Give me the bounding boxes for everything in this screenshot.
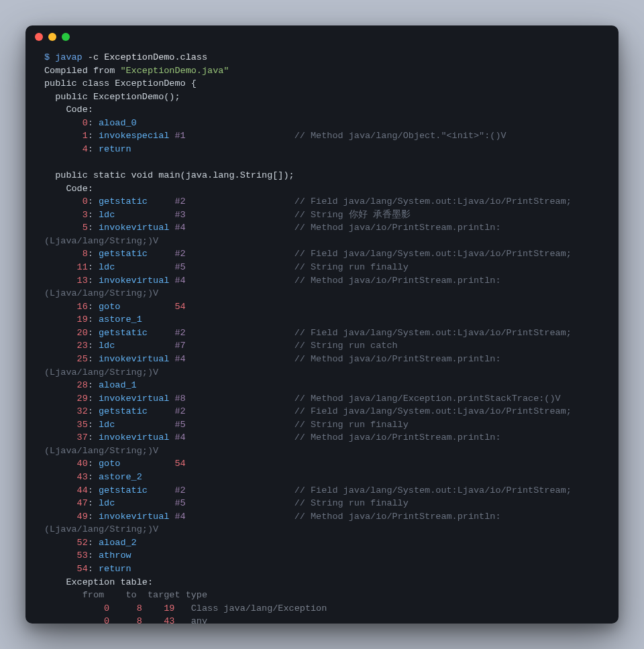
bytecode-op: ldc [99, 210, 174, 220]
code-label: Code: [44, 184, 93, 194]
bytecode-offset: 47 [44, 498, 88, 508]
bytecode-offset: 1 [44, 131, 88, 141]
bytecode-op: getstatic [99, 196, 174, 206]
close-icon[interactable] [35, 33, 43, 41]
bytecode-op: ldc [99, 262, 174, 272]
bytecode-offset: 19 [44, 314, 88, 324]
bytecode-comment: // String 你好 承香墨影 [294, 210, 411, 220]
minimize-icon[interactable] [48, 33, 56, 41]
const-ref: #4 [174, 432, 185, 442]
jump-target: 54 [174, 302, 185, 312]
exc-type: any [191, 616, 207, 624]
bytecode-offset: 44 [44, 485, 88, 495]
shell-arg: ExceptionDemo.class [104, 52, 207, 62]
bytecode-comment: // Method java/lang/Object."<init>":()V [294, 131, 506, 141]
bytecode-offset: 25 [44, 354, 88, 364]
bytecode-comment: // Field java/lang/System.out:Ljava/io/P… [294, 196, 572, 206]
exc-to: 8 [109, 616, 142, 624]
bytecode-op: aload_0 [99, 118, 174, 128]
bytecode-op: athrow [99, 550, 174, 560]
bytecode-offset: 54 [44, 564, 88, 574]
code-label: Code: [44, 105, 93, 115]
const-ref: #2 [174, 485, 185, 495]
bytecode-op: invokevirtual [99, 512, 174, 522]
bytecode-comment: // Field java/lang/System.out:Ljava/io/P… [294, 328, 572, 338]
const-ref: #7 [174, 341, 185, 351]
bytecode-offset: 32 [44, 406, 88, 416]
bytecode-offset: 28 [44, 380, 88, 390]
const-ref: #4 [174, 354, 185, 364]
exc-to: 8 [109, 603, 142, 613]
compiled-from: Compiled from [44, 66, 120, 76]
bytecode-offset: 5 [44, 223, 88, 233]
bytecode-offset: 52 [44, 538, 88, 548]
shell-command: javap [55, 52, 83, 62]
bytecode-op: invokevirtual [99, 432, 174, 442]
window-titlebar [25, 25, 619, 48]
zoom-icon[interactable] [62, 33, 70, 41]
bytecode-op: aload_1 [99, 380, 174, 390]
exc-target: 43 [142, 616, 175, 624]
const-ref: #4 [174, 276, 185, 286]
bytecode-comment: // Method java/io/PrintStream.println: [294, 512, 501, 522]
bytecode-offset: 13 [44, 276, 88, 286]
bytecode-op: invokevirtual [99, 276, 174, 286]
bytecode-op: return [99, 144, 174, 154]
bytecode-op: invokevirtual [99, 354, 174, 364]
bytecode-wrap: (Ljava/lang/String;)V [44, 367, 158, 377]
exc-from: 0 [88, 603, 109, 613]
bytecode-wrap: (Ljava/lang/String;)V [44, 446, 158, 456]
const-ref: #4 [174, 512, 185, 522]
exc-target: 19 [142, 603, 175, 613]
const-ref: #3 [174, 210, 185, 220]
bytecode-offset: 35 [44, 420, 88, 430]
bytecode-offset: 37 [44, 432, 88, 442]
const-ref: #1 [174, 131, 185, 141]
main-decl: public static void main(java.lang.String… [44, 170, 294, 180]
bytecode-op: invokevirtual [99, 223, 174, 233]
bytecode-comment: // String run catch [294, 341, 398, 351]
bytecode-offset: 8 [44, 249, 88, 259]
bytecode-comment: // Method java/io/PrintStream.println: [294, 276, 501, 286]
bytecode-op: goto [99, 302, 174, 312]
shell-prompt: $ [44, 52, 55, 62]
class-decl: public class ExceptionDemo { [44, 78, 197, 88]
const-ref: #2 [174, 196, 185, 206]
const-ref: #2 [174, 249, 185, 259]
bytecode-offset: 0 [44, 196, 88, 206]
bytecode-comment: // Method java/lang/Exception.printStack… [294, 394, 561, 404]
bytecode-op: ldc [99, 498, 174, 508]
bytecode-offset: 29 [44, 394, 88, 404]
bytecode-offset: 3 [44, 210, 88, 220]
bytecode-op: getstatic [99, 485, 174, 495]
const-ref: #5 [174, 498, 185, 508]
bytecode-offset: 43 [44, 472, 88, 482]
bytecode-op: ldc [99, 341, 174, 351]
const-ref: #2 [174, 328, 185, 338]
bytecode-op: aload_2 [99, 538, 174, 548]
bytecode-op: goto [99, 459, 174, 469]
bytecode-comment: // Field java/lang/System.out:Ljava/io/P… [294, 249, 572, 259]
source-file: "ExceptionDemo.java" [120, 66, 229, 76]
bytecode-offset: 40 [44, 459, 88, 469]
const-ref: #5 [174, 262, 185, 272]
bytecode-comment: // String run finally [294, 420, 409, 430]
exc-from: 0 [88, 616, 109, 624]
const-ref: #2 [174, 406, 185, 416]
bytecode-op: return [99, 564, 174, 574]
bytecode-op: invokespecial [99, 131, 174, 141]
terminal-output: $ javap -c ExceptionDemo.class Compiled … [25, 48, 619, 624]
const-ref: #8 [174, 394, 185, 404]
bytecode-wrap: (Ljava/lang/String;)V [44, 236, 158, 246]
bytecode-wrap: (Ljava/lang/String;)V [44, 524, 158, 534]
exc-header: Exception table: [44, 577, 153, 587]
bytecode-comment: // Method java/io/PrintStream.println: [294, 354, 501, 364]
jump-target: 54 [174, 459, 185, 469]
bytecode-comment: // Field java/lang/System.out:Ljava/io/P… [294, 485, 572, 495]
bytecode-op: astore_1 [99, 314, 174, 324]
bytecode-offset: 16 [44, 302, 88, 312]
bytecode-op: ldc [99, 420, 174, 430]
bytecode-comment: // Field java/lang/System.out:Ljava/io/P… [294, 406, 572, 416]
bytecode-wrap: (Ljava/lang/String;)V [44, 288, 158, 298]
bytecode-comment: // String run finally [294, 262, 409, 272]
